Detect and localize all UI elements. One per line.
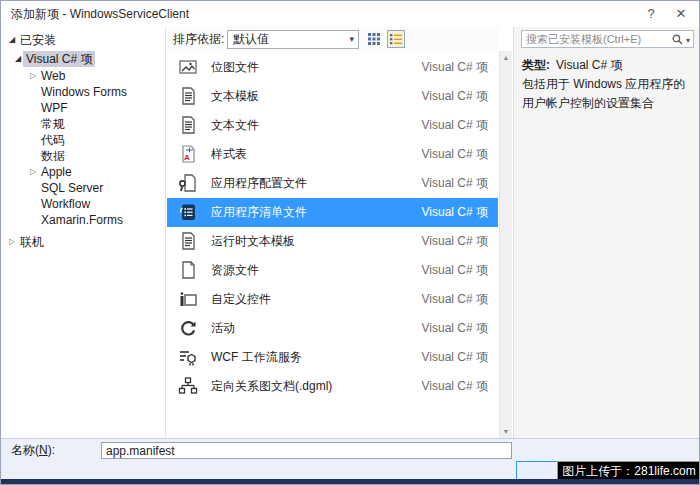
template-name: 应用程序清单文件 bbox=[211, 198, 307, 227]
search-icon bbox=[672, 34, 683, 45]
activity-icon bbox=[177, 317, 199, 339]
tree-node-xamarin-forms[interactable]: Xamarin.Forms bbox=[2, 212, 165, 228]
list-item-custom-control[interactable]: 自定义控件 Visual C# 项 bbox=[167, 285, 498, 314]
tree-collapsed-icon[interactable]: ▷ bbox=[28, 164, 38, 180]
scroll-down-icon[interactable]: ▼ bbox=[500, 428, 512, 435]
list-item-app-config-file[interactable]: 应用程序配置文件 Visual C# 项 bbox=[167, 169, 498, 198]
tree-node-label: Windows Forms bbox=[38, 84, 130, 100]
template-type: Visual C# 项 bbox=[422, 314, 488, 343]
directed-graph-document-icon bbox=[177, 375, 199, 397]
add-new-item-dialog: 添加新项 - WindowsServiceClient ? ✕ ◢ 已安装 ◢ … bbox=[0, 0, 700, 485]
tree-node-label: 已安装 bbox=[17, 32, 59, 48]
tree-node-visual-csharp[interactable]: ◢ Visual C# 项 bbox=[2, 51, 165, 67]
template-type-row: 类型:Visual C# 项 bbox=[522, 57, 694, 74]
tree-node-workflow[interactable]: Workflow bbox=[2, 196, 165, 212]
template-type: Visual C# 项 bbox=[422, 111, 488, 140]
tree-node-label: Apple bbox=[38, 164, 75, 180]
footer: 名称(N): 图片上传于：281life.com bbox=[1, 438, 699, 481]
type-value: Visual C# 项 bbox=[556, 58, 622, 72]
list-item-wcf-workflow-service[interactable]: WCF 工作流服务 Visual C# 项 bbox=[167, 343, 498, 372]
tree-node-label: SQL Server bbox=[38, 180, 106, 196]
bitmap-file-icon bbox=[177, 56, 199, 78]
template-name: 定向关系图文档(.dgml) bbox=[211, 372, 332, 401]
tree-node-label: 代码 bbox=[38, 132, 68, 148]
file-name-input[interactable] bbox=[101, 442, 512, 459]
list-item-resource-file[interactable]: 资源文件 Visual C# 项 bbox=[167, 256, 498, 285]
tree-node-sql-server[interactable]: SQL Server bbox=[2, 180, 165, 196]
tree-node-windows-forms[interactable]: Windows Forms bbox=[2, 84, 165, 100]
scroll-up-icon[interactable]: ▲ bbox=[500, 54, 512, 61]
sort-by-value: 默认值 bbox=[233, 32, 269, 46]
template-type: Visual C# 项 bbox=[422, 53, 488, 82]
template-type: Visual C# 项 bbox=[422, 198, 488, 227]
template-details-panel: ▾ 类型:Visual C# 项 包括用于 Windows 应用程序的用户帐户控… bbox=[513, 27, 700, 438]
list-view-button[interactable] bbox=[387, 30, 405, 48]
template-type: Visual C# 项 bbox=[422, 285, 488, 314]
template-name: 应用程序配置文件 bbox=[211, 169, 307, 198]
grid-view-icon bbox=[368, 33, 380, 45]
template-name: 活动 bbox=[211, 314, 235, 343]
template-type: Visual C# 项 bbox=[422, 256, 488, 285]
list-item-dgml-document[interactable]: 定向关系图文档(.dgml) Visual C# 项 bbox=[167, 372, 498, 401]
list-item-activity[interactable]: 活动 Visual C# 项 bbox=[167, 314, 498, 343]
close-icon[interactable]: ✕ bbox=[667, 1, 695, 27]
svg-text:A: A bbox=[184, 153, 190, 162]
sort-by-dropdown[interactable]: 默认值 ▾ bbox=[227, 30, 359, 49]
type-label: 类型: bbox=[522, 58, 550, 72]
list-item-text-template[interactable]: 文本模板 Visual C# 项 bbox=[167, 82, 498, 111]
tree-collapsed-icon[interactable]: ▷ bbox=[7, 234, 17, 250]
template-type: Visual C# 项 bbox=[422, 169, 488, 198]
app-manifest-file-icon bbox=[177, 201, 199, 223]
tree-node-label: Xamarin.Forms bbox=[38, 212, 126, 228]
help-icon[interactable]: ? bbox=[637, 1, 665, 27]
tree-node-label: Visual C# 项 bbox=[23, 51, 95, 67]
tree-expanded-icon[interactable]: ◢ bbox=[7, 32, 17, 48]
text-file-icon bbox=[177, 114, 199, 136]
search-box[interactable]: ▾ bbox=[521, 30, 694, 48]
tree-node-code[interactable]: 代码 bbox=[2, 132, 165, 148]
tree-node-data[interactable]: 数据 bbox=[2, 148, 165, 164]
chevron-down-icon[interactable]: ▾ bbox=[686, 36, 690, 45]
tree-node-label: Web bbox=[38, 68, 68, 84]
tree-node-label: 常规 bbox=[38, 116, 68, 132]
chevron-down-icon: ▾ bbox=[349, 31, 354, 48]
dialog-title: 添加新项 - WindowsServiceClient bbox=[11, 1, 189, 27]
list-item-runtime-text-template[interactable]: 运行时文本模板 Visual C# 项 bbox=[167, 227, 498, 256]
tree-node-label: 联机 bbox=[17, 234, 47, 250]
tree-node-web[interactable]: ▷ Web bbox=[2, 68, 165, 84]
template-list: 位图文件 Visual C# 项 文本模板 Visual C# 项 文本文件 V… bbox=[167, 53, 498, 401]
template-name: 运行时文本模板 bbox=[211, 227, 295, 256]
style-sheet-icon: A bbox=[177, 143, 199, 165]
tree-node-label: WPF bbox=[38, 100, 71, 116]
list-item-bitmap-file[interactable]: 位图文件 Visual C# 项 bbox=[167, 53, 498, 82]
template-name: 样式表 bbox=[211, 140, 247, 169]
template-name: WCF 工作流服务 bbox=[211, 343, 302, 372]
wcf-workflow-service-icon bbox=[177, 346, 199, 368]
tree-node-label: 数据 bbox=[38, 148, 68, 164]
tree-node-installed[interactable]: ◢ 已安装 bbox=[2, 32, 165, 48]
template-type: Visual C# 项 bbox=[422, 227, 488, 256]
sort-bar: 排序依据: 默认值 ▾ bbox=[167, 27, 498, 51]
tree-node-apple[interactable]: ▷ Apple bbox=[2, 164, 165, 180]
template-type: Visual C# 项 bbox=[422, 372, 488, 401]
tree-node-general[interactable]: 常规 bbox=[2, 116, 165, 132]
list-item-style-sheet[interactable]: A 样式表 Visual C# 项 bbox=[167, 140, 498, 169]
window-bottom-edge bbox=[1, 479, 699, 484]
runtime-text-template-icon bbox=[177, 230, 199, 252]
template-name: 文本文件 bbox=[211, 111, 259, 140]
tree-node-online[interactable]: ▷ 联机 bbox=[2, 234, 165, 250]
app-config-file-icon bbox=[177, 172, 199, 194]
tree-node-wpf[interactable]: WPF bbox=[2, 100, 165, 116]
list-scrollbar[interactable]: ▲ ▼ bbox=[499, 51, 512, 438]
tree-collapsed-icon[interactable]: ▷ bbox=[28, 68, 38, 84]
template-name: 位图文件 bbox=[211, 53, 259, 82]
list-item-text-file[interactable]: 文本文件 Visual C# 项 bbox=[167, 111, 498, 140]
list-item-app-manifest-file[interactable]: 应用程序清单文件 Visual C# 项 bbox=[167, 198, 498, 227]
small-icons-view-button[interactable] bbox=[365, 30, 383, 48]
template-type: Visual C# 项 bbox=[422, 343, 488, 372]
template-type: Visual C# 项 bbox=[422, 140, 488, 169]
tree-expanded-icon[interactable]: ◢ bbox=[13, 51, 23, 67]
custom-control-icon bbox=[177, 288, 199, 310]
search-input[interactable] bbox=[522, 31, 662, 47]
template-name: 文本模板 bbox=[211, 82, 259, 111]
